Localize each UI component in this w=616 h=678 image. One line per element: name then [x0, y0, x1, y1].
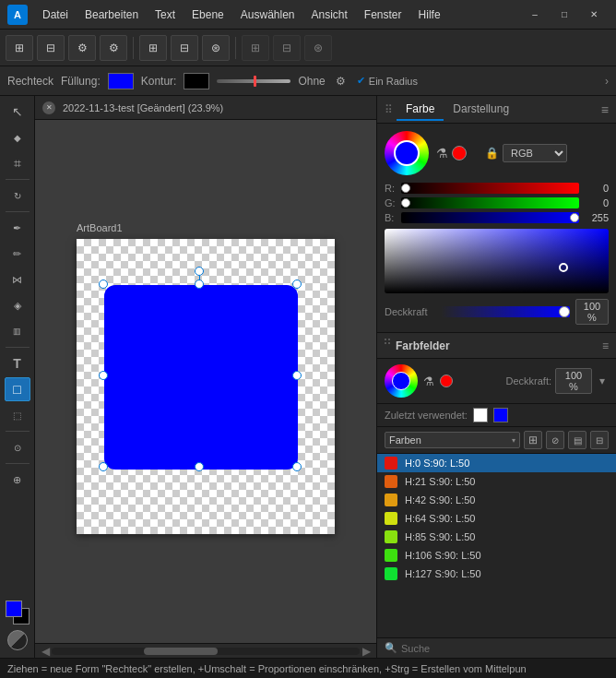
scroll-thumb[interactable] [144, 648, 218, 655]
tool-gradient[interactable]: ▥ [5, 319, 30, 343]
toolbar-btn-6[interactable]: ⊟ [171, 35, 198, 61]
tab-farbe[interactable]: Farbe [397, 99, 444, 121]
palette-add-swatch-btn[interactable]: ⊞ [524, 431, 542, 449]
tool-zoom[interactable]: ⊕ [5, 468, 30, 492]
scroll-right-button[interactable]: ▶ [360, 645, 373, 658]
toolbar-btn-7[interactable]: ⊛ [202, 35, 230, 61]
menu-auswaehlen[interactable]: Auswählen [233, 6, 302, 24]
canvas-close-button[interactable]: ✕ [42, 101, 55, 114]
artboard[interactable]: ArtBoard1 [77, 239, 335, 534]
color-mode-toggle[interactable] [7, 630, 28, 650]
eyedropper-icon[interactable]: ⚗ [436, 146, 448, 161]
channel-b-slider[interactable] [401, 212, 579, 223]
stroke-swatch[interactable] [184, 73, 209, 89]
toolbar-btn-5[interactable]: ⊞ [139, 35, 167, 61]
farbfelder-menu-icon[interactable]: ≡ [602, 339, 609, 352]
palette-list-icon[interactable]: ▤ [568, 431, 586, 449]
scroll-track[interactable] [52, 648, 360, 655]
opacity-slider[interactable] [441, 306, 570, 317]
maximize-button[interactable]: □ [550, 5, 579, 25]
spectrum-cursor[interactable] [559, 263, 568, 272]
channel-r-slider[interactable] [401, 183, 579, 194]
recent-swatch-blue[interactable] [493, 408, 508, 422]
handle-top-left[interactable] [99, 280, 108, 289]
tool-paint[interactable]: ◈ [5, 293, 30, 317]
foreground-swatch[interactable] [6, 601, 22, 617]
opacity-thumb[interactable] [559, 306, 570, 317]
scroll-left-button[interactable]: ◀ [39, 645, 52, 658]
color-sample-dot[interactable] [452, 146, 467, 161]
toolbar-btn-8[interactable]: ⊞ [242, 35, 269, 61]
menu-ebene[interactable]: Ebene [184, 6, 231, 24]
color-list-item[interactable]: H:0 S:90: L:50 [377, 454, 616, 472]
tool-pencil[interactable]: ✏ [5, 242, 30, 266]
fb-color-wheel[interactable] [385, 364, 418, 398]
tool-transform[interactable]: ↻ [5, 184, 30, 208]
search-input[interactable] [401, 643, 609, 654]
handle-top-center[interactable] [195, 280, 204, 289]
toolbar-btn-9[interactable]: ⊟ [273, 35, 301, 61]
toolbar-btn-10[interactable]: ⊛ [304, 35, 332, 61]
tool-mic[interactable]: ⊙ [5, 435, 30, 459]
color-list-item[interactable]: H:127 S:90: L:50 [377, 565, 616, 583]
fb-opacity-dropdown[interactable]: ▾ [596, 375, 609, 387]
blue-rectangle[interactable] [104, 285, 298, 470]
color-wheel-inner [394, 140, 420, 166]
toolbar-btn-4[interactable]: ⚙ [100, 35, 127, 61]
palette-more-icon[interactable]: ⊟ [590, 431, 609, 449]
handle-bottom-left[interactable] [99, 462, 108, 471]
color-dot [385, 512, 397, 525]
tool-select[interactable]: ↖ [5, 100, 30, 124]
handle-mid-left[interactable] [99, 371, 108, 380]
menu-text[interactable]: Text [148, 6, 183, 24]
menu-hilfe[interactable]: Hilfe [411, 6, 448, 24]
color-panel-menu-icon[interactable]: ≡ [601, 102, 609, 117]
canvas-content[interactable]: ArtBoard1 [35, 120, 376, 643]
palette-name-row[interactable]: Farben ▾ [385, 432, 520, 448]
stroke-width-slider[interactable] [217, 79, 290, 83]
recent-swatch-white[interactable] [473, 408, 488, 422]
tool-node[interactable]: ◆ [5, 125, 30, 149]
tool-brush[interactable]: ⋈ [5, 268, 30, 291]
color-list-item[interactable]: H:85 S:90: L:50 [377, 528, 616, 546]
menu-fenster[interactable]: Fenster [357, 6, 409, 24]
color-list-item[interactable]: H:21 S:90: L:50 [377, 472, 616, 491]
handle-mid-right[interactable] [292, 371, 302, 380]
color-swatches[interactable] [6, 601, 30, 624]
panel-drag-handle[interactable] [385, 339, 390, 353]
fb-eyedropper-icon[interactable]: ⚗ [423, 375, 434, 388]
toolbar-btn-2[interactable]: ⊟ [37, 35, 65, 61]
channel-g-slider[interactable] [401, 197, 579, 208]
close-button[interactable]: ✕ [579, 5, 609, 25]
menu-bearbeiten[interactable]: Bearbeiten [77, 6, 146, 24]
palette-grid-icon[interactable]: ⊘ [546, 431, 564, 449]
lock-icon[interactable]: 🔒 [485, 147, 499, 160]
toolbar-btn-1[interactable]: ⊞ [6, 35, 33, 61]
color-wheel[interactable] [385, 131, 429, 175]
toolbar-btn-3[interactable]: ⚙ [68, 35, 96, 61]
tool-pen[interactable]: ✒ [5, 216, 30, 240]
stroke-settings-icon[interactable]: ⚙ [333, 73, 349, 89]
handle-top-right[interactable] [292, 280, 302, 289]
menu-ansicht[interactable]: Ansicht [304, 6, 355, 24]
menu-datei[interactable]: Datei [35, 6, 76, 24]
fb-red-dot[interactable] [440, 375, 453, 387]
tab-darstellung[interactable]: Darstellung [444, 99, 518, 121]
minimize-button[interactable]: – [520, 5, 550, 25]
tool-frame[interactable]: ⬚ [5, 403, 30, 427]
handle-bottom-center[interactable] [195, 462, 204, 471]
color-spectrum[interactable] [385, 229, 609, 293]
tool-crop[interactable]: ⌗ [5, 151, 30, 175]
color-list-item[interactable]: H:42 S:90: L:50 [377, 491, 616, 509]
canvas-scrollbar[interactable]: ◀ ▶ [35, 643, 376, 658]
radius-check[interactable]: ✔ Ein Radius [357, 75, 418, 87]
fill-swatch[interactable] [108, 73, 134, 89]
handle-bottom-right[interactable] [292, 462, 302, 471]
color-model-select[interactable]: RGB [503, 144, 567, 162]
color-list-item[interactable]: H:64 S:90: L:50 [377, 509, 616, 528]
tool-text[interactable]: T [5, 351, 30, 375]
handle-rotate[interactable] [195, 267, 204, 276]
color-list-item[interactable]: H:106 S:90: L:50 [377, 546, 616, 565]
props-expand-icon[interactable]: › [605, 75, 609, 88]
tool-shape[interactable]: □ [5, 377, 30, 401]
